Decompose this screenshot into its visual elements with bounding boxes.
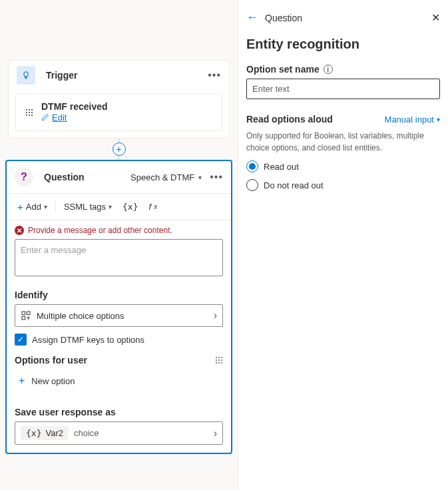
delivery-label: Speech & DTMF <box>130 172 194 182</box>
variable-icon: {x} <box>26 428 41 438</box>
pencil-icon <box>41 113 49 121</box>
read-aloud-label: Read options aloud <box>246 114 333 124</box>
question-icon: ? <box>15 168 33 186</box>
question-title: Question <box>44 172 85 182</box>
properties-panel: ← Question ✕ Entity recognition Option s… <box>238 0 448 490</box>
assign-dtmf-checkbox[interactable]: ✓ <box>15 334 27 346</box>
svg-point-5 <box>31 112 33 113</box>
ssml-dropdown[interactable]: SSML tags ▾ <box>61 200 114 214</box>
add-label: Add <box>26 202 41 212</box>
svg-point-14 <box>221 357 222 358</box>
svg-point-19 <box>218 362 220 364</box>
close-icon[interactable]: ✕ <box>431 11 440 24</box>
drag-grip-icon[interactable] <box>25 109 33 117</box>
trigger-card: Trigger ••• DTMF received Edit <box>8 60 230 138</box>
variable-button[interactable]: {x} <box>120 200 140 214</box>
back-arrow-icon[interactable]: ← <box>246 11 258 25</box>
delivery-dropdown[interactable]: Speech & DTMF ▾ <box>130 172 202 182</box>
new-option-label: New option <box>31 376 75 386</box>
radio-icon <box>246 160 258 172</box>
svg-point-17 <box>221 360 222 361</box>
read-aloud-help: Only supported for Boolean, list variabl… <box>246 130 440 154</box>
radio-icon <box>246 179 258 191</box>
radio-read-out[interactable]: Read out <box>246 160 440 172</box>
manual-input-link[interactable]: Manual input ▾ <box>385 115 440 124</box>
trigger-title: Trigger <box>46 70 77 81</box>
radio-do-not-read[interactable]: Do not read out <box>246 179 440 191</box>
identify-selector[interactable]: Multiple choice options › <box>15 304 223 327</box>
svg-point-6 <box>26 115 27 116</box>
panel-title: Entity recognition <box>246 37 440 52</box>
svg-point-12 <box>216 357 217 358</box>
identify-value: Multiple choice options <box>37 311 124 321</box>
new-option-button[interactable]: + New option <box>15 368 223 393</box>
error-icon: ✕ <box>15 226 24 235</box>
message-input[interactable] <box>15 239 223 276</box>
entity-icon <box>21 310 31 321</box>
svg-point-13 <box>218 357 220 358</box>
add-node-button[interactable]: + <box>112 142 126 156</box>
chevron-right-icon: › <box>214 427 217 439</box>
assign-dtmf-row: ✓ Assign DTMF keys to options <box>15 334 223 346</box>
formula-button[interactable]: fx <box>146 200 160 214</box>
plus-icon: + <box>17 201 23 212</box>
chevron-right-icon: › <box>214 310 217 322</box>
options-label: Options for user <box>15 355 87 366</box>
question-card: ? Question Speech & DTMF ▾ ••• + Add ▾ S… <box>5 160 232 454</box>
svg-point-1 <box>29 109 30 111</box>
variable-type: choice <box>74 428 99 438</box>
svg-point-15 <box>216 360 217 361</box>
svg-rect-10 <box>27 312 30 315</box>
manual-input-label: Manual input <box>385 115 434 124</box>
chevron-down-icon: ▾ <box>109 203 112 210</box>
svg-point-4 <box>29 112 30 113</box>
svg-point-18 <box>216 362 217 364</box>
connector: + <box>0 138 238 160</box>
option-set-label: Option set name <box>246 64 320 75</box>
variable-selector[interactable]: {x} Var2 choice › <box>15 421 223 445</box>
add-button[interactable]: + Add ▾ <box>15 199 50 214</box>
assign-dtmf-label: Assign DTMF keys to options <box>32 335 144 345</box>
svg-point-20 <box>221 362 222 364</box>
chevron-down-icon: ▾ <box>437 116 440 123</box>
svg-point-8 <box>31 115 33 116</box>
options-grip-icon[interactable] <box>215 356 223 364</box>
error-text: Provide a message or add other content. <box>28 226 172 235</box>
question-toolbar: + Add ▾ SSML tags ▾ {x} fx <box>7 194 231 220</box>
edit-link[interactable]: Edit <box>41 113 67 122</box>
svg-point-2 <box>31 109 33 111</box>
svg-point-16 <box>218 360 220 361</box>
svg-rect-11 <box>22 316 25 320</box>
trigger-item[interactable]: DTMF received Edit <box>15 94 222 131</box>
info-icon[interactable]: i <box>324 65 333 74</box>
lightbulb-icon <box>17 66 35 85</box>
variable-pill: {x} Var2 <box>21 426 69 440</box>
option-set-input[interactable] <box>246 79 440 99</box>
plus-icon: + <box>19 375 25 387</box>
edit-link-label: Edit <box>52 113 67 122</box>
chevron-down-icon: ▾ <box>198 174 202 181</box>
trigger-header: Trigger ••• <box>9 61 229 90</box>
trigger-item-title: DTMF received <box>41 101 108 112</box>
svg-point-0 <box>26 109 27 111</box>
error-message: ✕ Provide a message or add other content… <box>15 226 223 235</box>
variable-name: Var2 <box>45 428 63 438</box>
radio-read-out-label: Read out <box>264 162 299 172</box>
svg-point-7 <box>29 115 30 116</box>
ssml-label: SSML tags <box>64 202 106 212</box>
svg-point-3 <box>26 112 27 113</box>
chevron-down-icon: ▾ <box>44 203 47 210</box>
question-more-icon[interactable]: ••• <box>210 171 223 183</box>
radio-do-not-read-label: Do not read out <box>264 180 324 190</box>
identify-label: Identify <box>15 290 223 300</box>
question-header: ? Question Speech & DTMF ▾ ••• <box>7 161 231 194</box>
panel-breadcrumb: Question <box>265 13 302 23</box>
svg-rect-9 <box>22 312 25 315</box>
save-as-label: Save user response as <box>15 407 223 417</box>
trigger-more-icon[interactable]: ••• <box>208 69 221 81</box>
